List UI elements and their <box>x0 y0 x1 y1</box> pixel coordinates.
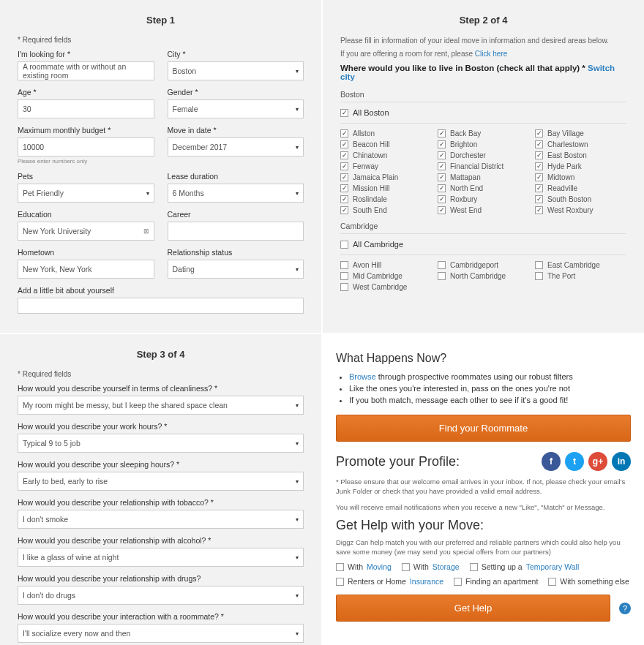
question-label: How would you describe yourself in terms… <box>18 384 304 393</box>
pets-select[interactable]: Pet Friendly▾ <box>18 184 154 203</box>
neighborhood-checkbox[interactable] <box>438 184 446 192</box>
movein-label: Move in date * <box>168 126 304 135</box>
what-happens-list: Browse through prospective roommates usi… <box>349 372 631 404</box>
neighborhood-checkbox[interactable] <box>340 173 348 181</box>
neighborhood-label: West Roxbury <box>547 206 594 214</box>
neighborhood-checkbox[interactable] <box>438 173 446 181</box>
city-select[interactable]: Boston▾ <box>168 61 304 80</box>
neighborhood-checkbox[interactable] <box>535 151 543 159</box>
neighborhood-checkbox[interactable] <box>535 162 543 170</box>
movein-select[interactable]: December 2017▾ <box>168 137 304 156</box>
browse-link[interactable]: Browse <box>349 372 376 381</box>
neighborhood-checkbox[interactable] <box>438 162 446 170</box>
linkedin-icon[interactable]: in <box>612 452 631 471</box>
neighborhood-checkbox[interactable] <box>340 272 348 280</box>
question-select[interactable]: I like a glass of wine at night▾ <box>18 548 304 567</box>
neighborhood-checkbox[interactable] <box>438 140 446 148</box>
neighborhood-checkbox[interactable] <box>535 184 543 192</box>
neighborhood-label: Back Bay <box>450 129 481 137</box>
divider <box>340 102 626 102</box>
storage-link[interactable]: Storage <box>433 562 460 571</box>
gethelp-intro: Diggz Can help match you with our prefer… <box>336 538 631 557</box>
divider <box>340 123 626 124</box>
all-cambridge-checkbox[interactable] <box>340 241 348 249</box>
neighborhood-checkbox[interactable] <box>438 272 446 280</box>
neighborhood-checkbox[interactable] <box>438 195 446 203</box>
chevron-down-icon: ▾ <box>296 144 299 151</box>
relationship-select[interactable]: Dating▾ <box>168 260 304 279</box>
insurance-checkbox[interactable] <box>336 578 344 586</box>
all-cambridge-label: All Cambridge <box>353 240 403 249</box>
question-label: How would you describe your relationship… <box>18 536 304 545</box>
neighborhood-label: Fenway <box>353 162 378 170</box>
question-select[interactable]: My room might be messy, but I keep the s… <box>18 396 304 415</box>
something-checkbox[interactable] <box>548 578 556 586</box>
neighborhood-checkbox[interactable] <box>340 184 348 192</box>
neighborhood-label: Jamaica Plain <box>353 173 398 181</box>
hometown-input[interactable]: New York, New York <box>18 260 154 279</box>
neighborhood-checkbox[interactable] <box>340 283 348 291</box>
neighborhood-checkbox[interactable] <box>535 140 543 148</box>
question-select[interactable]: Typical 9 to 5 job▾ <box>18 434 304 453</box>
question-select[interactable]: I'll socialize every now and then▾ <box>18 624 304 643</box>
google-plus-icon[interactable]: g+ <box>588 452 607 471</box>
moving-checkbox[interactable] <box>336 563 344 571</box>
neighborhood-checkbox[interactable] <box>438 206 446 214</box>
neighborhood-label: Mattapan <box>450 173 481 181</box>
twitter-icon[interactable]: t <box>565 452 584 471</box>
about-textarea[interactable] <box>18 298 304 314</box>
neighborhood-checkbox[interactable] <box>535 129 543 137</box>
education-input[interactable]: New York University⊠ <box>18 222 154 241</box>
neighborhood-checkbox[interactable] <box>535 206 543 214</box>
neighborhood-checkbox[interactable] <box>340 195 348 203</box>
tempwall-link[interactable]: Temporary Wall <box>526 562 580 571</box>
lease-label: Lease duration <box>168 172 304 181</box>
neighborhood-label: Dorchester <box>450 151 486 159</box>
divider <box>340 233 626 234</box>
step2-title: Step 2 of 4 <box>340 15 626 26</box>
looking-for-input[interactable]: A roommate with or without an existing r… <box>18 61 154 80</box>
required-fields-note: * Required fields <box>18 36 304 44</box>
neighborhood-checkbox[interactable] <box>438 129 446 137</box>
lease-select[interactable]: 6 Months▾ <box>168 184 304 203</box>
storage-checkbox[interactable] <box>402 563 410 571</box>
neighborhood-checkbox[interactable] <box>535 173 543 181</box>
neighborhood-checkbox[interactable] <box>438 261 446 269</box>
age-input[interactable]: 30 <box>18 99 154 118</box>
insurance-link[interactable]: Insurance <box>410 577 443 586</box>
facebook-icon[interactable]: f <box>542 452 561 471</box>
neighborhood-checkbox[interactable] <box>438 151 446 159</box>
get-help-button[interactable]: Get Help <box>336 595 610 622</box>
question-select[interactable]: Early to bed, early to rise▾ <box>18 472 304 491</box>
help-icon[interactable]: ? <box>619 603 631 614</box>
moving-link[interactable]: Moving <box>367 562 392 571</box>
all-boston-checkbox[interactable] <box>340 109 348 117</box>
neighborhood-label: Chinatown <box>353 151 387 159</box>
gender-select[interactable]: Female▾ <box>168 99 304 118</box>
neighborhood-checkbox[interactable] <box>340 151 348 159</box>
find-roommate-button[interactable]: Find your Roommate <box>336 415 631 442</box>
neighborhood-checkbox[interactable] <box>535 272 543 280</box>
question-select[interactable]: I don't do drugs▾ <box>18 586 304 605</box>
neighborhood-checkbox[interactable] <box>340 162 348 170</box>
budget-input[interactable]: 10000 <box>18 137 154 156</box>
click-here-link[interactable]: Click here <box>475 50 507 58</box>
neighborhood-label: Midtown <box>547 173 574 181</box>
neighborhood-checkbox[interactable] <box>340 261 348 269</box>
neighborhood-label: Cambridgeport <box>450 261 498 269</box>
tempwall-checkbox[interactable] <box>470 563 478 571</box>
neighborhood-checkbox[interactable] <box>340 129 348 137</box>
apartment-checkbox[interactable] <box>454 578 462 586</box>
notif-note: You will receive email notifications whe… <box>336 502 631 512</box>
chevron-down-icon: ▾ <box>146 190 149 197</box>
clear-icon[interactable]: ⊠ <box>143 227 149 235</box>
neighborhood-checkbox[interactable] <box>535 261 543 269</box>
neighborhood-checkbox[interactable] <box>340 140 348 148</box>
step1-title: Step 1 <box>18 15 304 26</box>
question-select[interactable]: I don't smoke▾ <box>18 510 304 529</box>
career-input[interactable] <box>168 222 304 241</box>
help-options: With Moving With Storage Setting up a Te… <box>336 562 631 586</box>
neighborhood-checkbox[interactable] <box>535 195 543 203</box>
chevron-down-icon: ▾ <box>296 478 299 485</box>
neighborhood-checkbox[interactable] <box>340 206 348 214</box>
